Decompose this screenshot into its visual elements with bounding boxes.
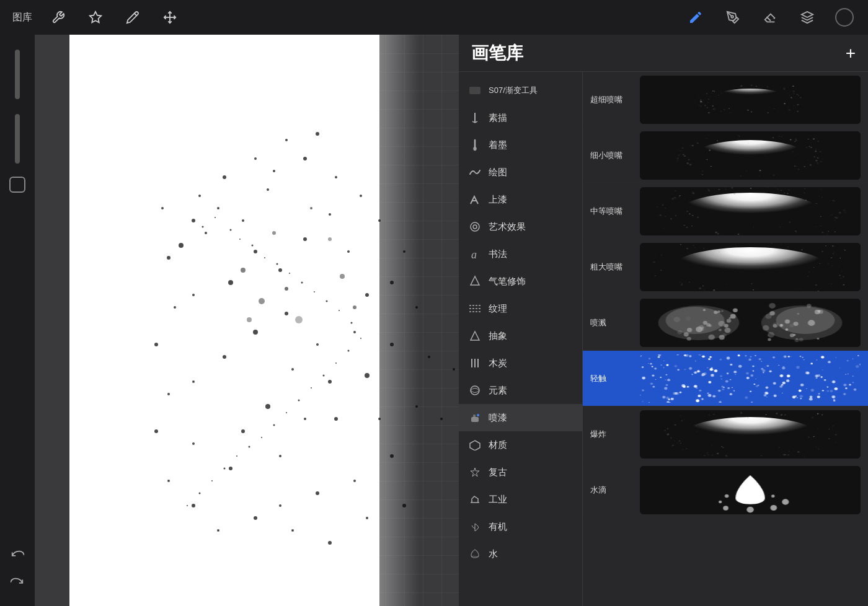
brush-item-explosion[interactable]: 爆炸 bbox=[583, 406, 868, 462]
svg-point-12 bbox=[228, 280, 233, 285]
category-item-vintage[interactable]: 复古 bbox=[459, 459, 582, 486]
svg-point-32 bbox=[378, 219, 381, 222]
brush-size-slider[interactable] bbox=[15, 50, 20, 99]
brush-item-splatter[interactable]: 喷溅 bbox=[583, 295, 868, 351]
charcoal-icon bbox=[467, 356, 482, 371]
brush-tool-button[interactable] bbox=[684, 6, 707, 29]
svg-point-86 bbox=[252, 245, 254, 247]
svg-point-8 bbox=[217, 207, 219, 209]
svg-point-21 bbox=[253, 330, 258, 335]
airbrush-label: 气笔修饰 bbox=[489, 276, 526, 288]
svg-point-111 bbox=[473, 147, 477, 151]
category-item-airbrush[interactable]: 气笔修饰 bbox=[459, 268, 582, 295]
category-item-charcoal[interactable]: 木炭 bbox=[459, 349, 582, 377]
wrench-tool-button[interactable] bbox=[47, 6, 69, 29]
svg-point-22 bbox=[223, 355, 226, 359]
texture-label: 纹理 bbox=[489, 303, 507, 315]
category-item-industry[interactable]: 工业 bbox=[459, 486, 582, 513]
category-item-sketch[interactable]: 素描 bbox=[459, 104, 582, 131]
brush-name-coarse: 粗大喷嘴 bbox=[590, 262, 622, 271]
svg-point-62 bbox=[217, 529, 219, 532]
gallery-button[interactable]: 图库 bbox=[12, 11, 32, 24]
category-item-ink[interactable]: 着墨 bbox=[459, 131, 582, 159]
svg-point-108 bbox=[199, 493, 201, 494]
brush-name-splatter: 喷溅 bbox=[590, 318, 606, 327]
brush-name-fine: 细小喷嘴 bbox=[590, 151, 622, 160]
svg-point-9 bbox=[167, 256, 170, 260]
category-item-draw[interactable]: 绘图 bbox=[459, 159, 582, 186]
category-item-calligraphy[interactable]: a 书法 bbox=[459, 240, 582, 268]
opacity-slider[interactable] bbox=[15, 114, 20, 164]
category-item-abstract[interactable]: 抽象 bbox=[459, 322, 582, 349]
svg-point-49 bbox=[254, 516, 257, 520]
svg-point-96 bbox=[348, 350, 350, 352]
svg-point-57 bbox=[154, 343, 158, 346]
svg-point-114 bbox=[473, 225, 477, 229]
svg-point-71 bbox=[198, 195, 201, 197]
svg-point-16 bbox=[303, 237, 307, 241]
brush-item-super-fine[interactable]: 超细喷嘴 bbox=[583, 72, 868, 128]
panel-add-button[interactable]: + bbox=[846, 43, 856, 63]
category-list: S07/渐变工具 素描 着墨 绘图 上漆 艺术效果 a 书法 气笔修饰 纹理 抽… bbox=[459, 72, 583, 606]
svg-point-43 bbox=[279, 504, 281, 507]
svg-point-106 bbox=[224, 468, 226, 470]
brush-item-water-drop[interactable]: 水滴 bbox=[583, 462, 868, 518]
category-item-water[interactable]: 水 bbox=[459, 540, 582, 568]
svg-point-75 bbox=[295, 316, 303, 323]
shape-button[interactable] bbox=[6, 173, 29, 196]
smudge-tool-button[interactable] bbox=[122, 6, 144, 29]
svg-point-19 bbox=[285, 312, 288, 315]
category-item-organic[interactable]: 有机 bbox=[459, 513, 582, 540]
color-button[interactable] bbox=[833, 6, 856, 29]
brush-item-medium[interactable]: 中等喷嘴 bbox=[583, 183, 868, 239]
layers-tool-button[interactable] bbox=[796, 6, 818, 29]
category-item-element[interactable]: 元素 bbox=[459, 377, 582, 404]
water-icon bbox=[467, 547, 482, 561]
brush-library-panel: 画笔库 + S07/渐变工具 素描 着墨 绘图 上漆 艺术效果 a 书法 气笔修… bbox=[459, 35, 868, 606]
svg-point-65 bbox=[335, 176, 337, 178]
svg-point-63 bbox=[273, 170, 275, 172]
brush-item-fine[interactable]: 细小喷嘴 bbox=[583, 128, 868, 183]
toolbar-right bbox=[684, 6, 856, 29]
svg-point-41 bbox=[415, 306, 418, 309]
svg-point-105 bbox=[236, 455, 237, 457]
undo-button[interactable] bbox=[6, 544, 29, 566]
magic-tool-button[interactable] bbox=[84, 6, 107, 29]
brush-name-medium: 中等喷嘴 bbox=[590, 206, 622, 216]
svg-point-100 bbox=[298, 400, 300, 402]
svg-point-53 bbox=[402, 504, 406, 507]
svg-point-98 bbox=[323, 375, 325, 377]
svg-point-93 bbox=[339, 310, 340, 311]
svg-point-109 bbox=[187, 505, 188, 506]
category-item-texture[interactable]: 纹理 bbox=[459, 295, 582, 322]
eraser-tool-button[interactable] bbox=[759, 6, 781, 29]
category-item-paint[interactable]: 上漆 bbox=[459, 186, 582, 213]
brush-panel-inner: S07/渐变工具 素描 着墨 绘图 上漆 艺术效果 a 书法 气笔修饰 纹理 抽… bbox=[459, 72, 868, 606]
svg-point-34 bbox=[403, 250, 405, 253]
brush-item-coarse[interactable]: 粗大喷嘴 bbox=[583, 239, 868, 295]
svg-point-25 bbox=[291, 368, 294, 371]
smear-tool-button[interactable] bbox=[722, 6, 744, 29]
category-item-material[interactable]: 材质 bbox=[459, 431, 582, 459]
svg-point-17 bbox=[161, 207, 164, 209]
svg-point-7 bbox=[179, 243, 184, 248]
toolbar-left: 图库 bbox=[12, 6, 181, 29]
undo-redo-area bbox=[0, 544, 35, 594]
category-item-spray[interactable]: 喷漆 bbox=[459, 404, 582, 431]
sketch-icon bbox=[467, 110, 482, 125]
category-item-art[interactable]: 艺术效果 bbox=[459, 213, 582, 240]
brush-name-explosion: 爆炸 bbox=[590, 429, 606, 439]
brush-item-light-touch[interactable]: 轻触 bbox=[583, 351, 868, 406]
svg-point-46 bbox=[390, 454, 394, 458]
svg-point-36 bbox=[279, 455, 281, 457]
svg-point-40 bbox=[378, 418, 381, 420]
svg-point-104 bbox=[249, 446, 250, 448]
category-item-fade[interactable]: S07/渐变工具 bbox=[459, 77, 582, 104]
svg-point-35 bbox=[334, 417, 338, 421]
svg-point-15 bbox=[192, 294, 195, 296]
svg-point-27 bbox=[192, 380, 195, 383]
move-tool-button[interactable] bbox=[159, 6, 181, 29]
svg-point-33 bbox=[390, 281, 394, 284]
sketch-label: 素描 bbox=[489, 112, 507, 124]
redo-button[interactable] bbox=[6, 571, 29, 594]
